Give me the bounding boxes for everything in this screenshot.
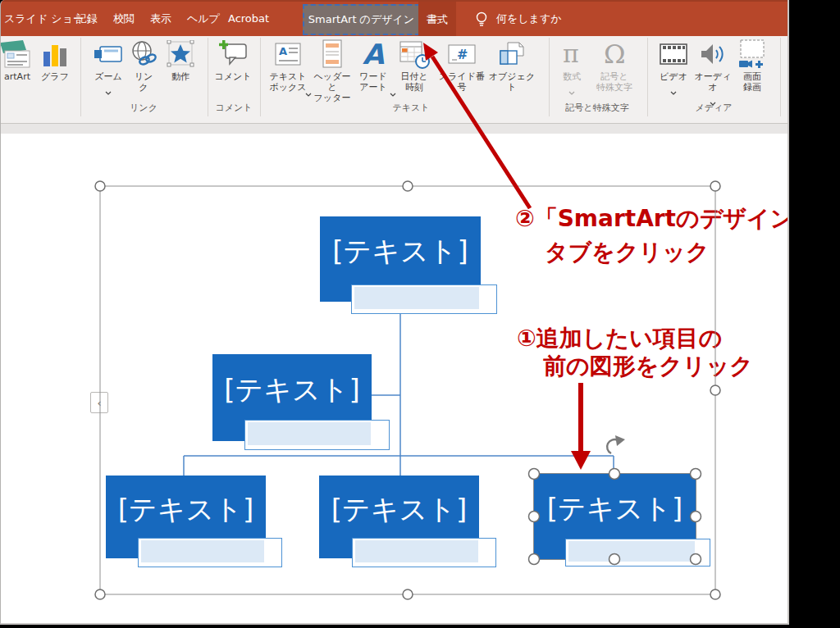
text-box-button[interactable]: A テキスト ボックス [267, 38, 309, 93]
subshape-stripe [354, 287, 479, 309]
group-label-links: リンク [130, 102, 158, 114]
chart-button[interactable]: グラフ [37, 38, 73, 82]
screen-recording-icon [734, 38, 770, 71]
smartart-button[interactable]: artArt [0, 38, 37, 82]
group-separator [780, 38, 781, 116]
annotation-step1-line2: 前の図形をクリック [543, 353, 753, 380]
lightbulb-icon [475, 11, 488, 31]
audio-speaker-icon [693, 38, 733, 71]
wordart-button[interactable]: A ワード アート [354, 38, 393, 93]
smartart-subshape[interactable] [138, 538, 282, 567]
tab-smartart-design[interactable]: SmartArt のデザイン [303, 4, 420, 35]
ribbon-tab-bar: スライド ショー 記録 校閲 表示 ヘルプ Acrobat SmartArt の… [1, 0, 788, 36]
hyperlink-globe-icon [127, 38, 160, 71]
chevron-down-icon [89, 83, 127, 98]
action-star-icon [162, 38, 199, 71]
svg-text:A: A [279, 45, 287, 57]
tab-review[interactable]: 校閲 [113, 2, 135, 38]
wordart-icon: A [354, 38, 393, 71]
svg-text:π: π [563, 40, 579, 68]
subshape-stripe [141, 540, 264, 562]
action-button[interactable]: 動作 [162, 38, 199, 82]
video-icon [655, 38, 692, 71]
zoom-icon [89, 38, 127, 71]
tab-view[interactable]: 表示 [150, 2, 171, 38]
symbol-omega-icon: Ω [593, 38, 636, 71]
smartart-subshape[interactable] [244, 420, 390, 450]
audio-button[interactable]: オーディオ [693, 38, 733, 109]
group-separator [80, 38, 81, 116]
chevron-down-icon [554, 83, 590, 98]
date-time-button[interactable]: 日付と 時刻 [395, 38, 434, 93]
annotation-step1-line1: ①追加したい項目の [517, 325, 722, 353]
screen-recording-button[interactable]: 画面 録画 [734, 38, 770, 93]
group-separator [260, 38, 261, 116]
group-separator [208, 38, 208, 116]
equation-pi-icon: π [554, 38, 590, 71]
equation-button[interactable]: π 数式 [554, 38, 590, 98]
comment-button[interactable]: コメント [212, 38, 253, 82]
svg-text:Ω: Ω [604, 40, 626, 68]
group-label-symbols: 記号と特殊文字 [565, 102, 628, 114]
header-footer-button[interactable]: ヘッダーと フッター [311, 38, 354, 103]
zoom-button[interactable]: ズーム [89, 38, 127, 98]
header-footer-icon [311, 38, 354, 71]
subshape-stripe [568, 541, 695, 562]
tab-help[interactable]: ヘルプ [187, 2, 220, 38]
subshape-stripe [355, 540, 478, 562]
link-button[interactable]: リン ク [127, 38, 160, 93]
annotation-step2-line1: ②「SmartArtのデザイン」 [515, 205, 789, 233]
slide-number-button[interactable]: # スライド番号 [437, 38, 486, 93]
tab-acrobat[interactable]: Acrobat [228, 2, 269, 38]
comment-icon [212, 38, 253, 71]
symbol-button[interactable]: Ω 記号と 特殊文字 [593, 38, 636, 93]
object-icon [488, 38, 536, 71]
tab-slideshow[interactable]: スライド ショー [4, 2, 84, 38]
svg-text:A: A [363, 39, 385, 69]
tab-format[interactable]: 書式 [418, 2, 456, 38]
date-time-icon [395, 38, 434, 71]
smartart-icon [0, 38, 37, 71]
ribbon: artArt グラフ ズーム [1, 36, 788, 124]
chevron-down-icon [655, 83, 692, 98]
video-button[interactable]: ビデオ [655, 38, 692, 98]
subshape-stripe [248, 422, 371, 445]
slide-number-icon: # [437, 38, 486, 71]
smartart-subshape[interactable] [352, 538, 496, 567]
text-pane-toggle-button[interactable]: ‹ [90, 392, 108, 413]
group-separator [549, 38, 550, 116]
group-label-comments: コメント [215, 102, 252, 114]
group-label-media: メディア [695, 102, 732, 114]
powerpoint-window: スライド ショー 記録 校閲 表示 ヘルプ Acrobat SmartArt の… [0, 0, 789, 625]
svg-text:#: # [457, 47, 468, 62]
group-label-text: テキスト [392, 102, 429, 114]
workspace-strip [1, 124, 788, 134]
text-box-icon: A [267, 38, 309, 71]
annotation-step2-line2: タブをクリック [545, 239, 710, 266]
smartart-subshape[interactable] [351, 284, 497, 314]
smartart-subshape[interactable] [565, 539, 710, 567]
tab-record[interactable]: 記録 [76, 2, 98, 38]
object-button[interactable]: オブジェクト [488, 38, 536, 93]
chart-icon [37, 38, 73, 71]
tell-me-box[interactable]: 何をしますか [496, 2, 562, 38]
group-separator [647, 38, 648, 116]
